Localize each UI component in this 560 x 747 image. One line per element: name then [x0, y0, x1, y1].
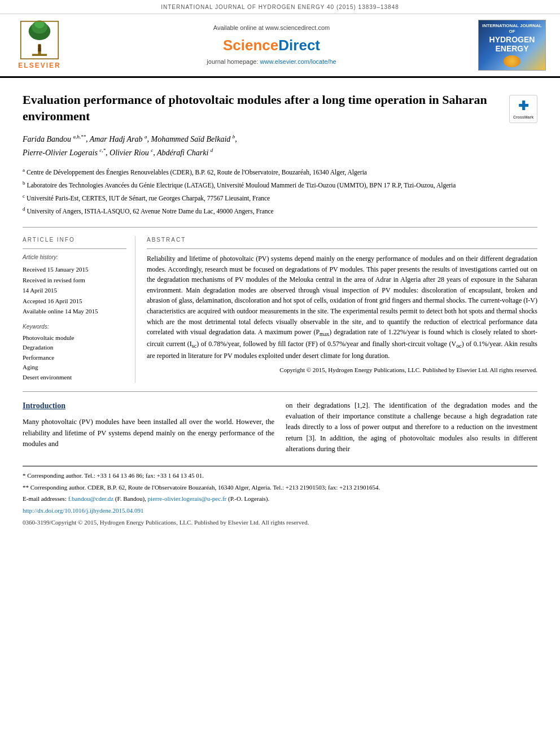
authors-block: Farida Bandou a,b,**, Amar Hadj Arab a, …: [23, 133, 537, 160]
affiliation-d: d University of Angers, ISTIA-LASQUO, 62…: [23, 206, 537, 216]
keyword-5: Desert environment: [23, 373, 126, 383]
affiliation-a: a Centre de Développement des Énergies R…: [23, 167, 537, 177]
available-online-text: Available online at www.sciencedirect.co…: [213, 24, 330, 32]
article-title-block: Evaluation performance of photovoltaic m…: [23, 92, 537, 124]
intro-col-right: on their degradations [1,2]. The identif…: [286, 400, 537, 455]
history-revised-date: 14 April 2015: [23, 286, 126, 295]
elsevier-tree-icon: [20, 20, 59, 60]
journal-header-bar: INTERNATIONAL JOURNAL OF HYDROGEN ENERGY…: [0, 0, 560, 14]
article-info-abstract-section: ARTICLE INFO Article history: Received 1…: [23, 236, 537, 391]
affiliations-block: a Centre de Développement des Énergies R…: [23, 167, 537, 228]
email-logerais-link[interactable]: pierre-olivier.logerais@u-pec.fr: [148, 495, 227, 502]
history-revised-label: Received in revised form: [23, 276, 126, 285]
doi-link[interactable]: http://dx.doi.org/10.1016/j.ijhydene.201…: [23, 507, 144, 514]
article-info-header: ARTICLE INFO: [23, 236, 126, 244]
journal-header: ELSEVIER Available online at www.science…: [0, 14, 560, 78]
abstract-divider: [147, 248, 537, 249]
keywords-label: Keywords:: [23, 323, 126, 331]
journal-name-volume: INTERNATIONAL JOURNAL OF HYDROGEN ENERGY…: [161, 4, 399, 10]
article-info-divider: [23, 248, 126, 249]
footnote-2: ** Corresponding author. CDER, B.P. 62, …: [23, 483, 537, 492]
abstract-text: Reliability and lifetime of photovoltaic…: [147, 254, 537, 361]
intro-text-right: on their degradations [1,2]. The identif…: [286, 400, 537, 455]
introduction-title: Introduction: [23, 400, 274, 412]
svg-rect-6: [38, 47, 41, 51]
keyword-3: Performance: [23, 353, 126, 363]
journal-homepage: journal homepage: www.elsevier.com/locat…: [207, 58, 336, 66]
footnotes-block: * Corresponding author. Tel.: +33 1 64 1…: [23, 466, 537, 527]
journal-cover-image: International Journal of HYDROGEN ENERGY: [478, 20, 546, 71]
sciencedirect-logo: ScienceDirect: [223, 35, 320, 55]
elsevier-logo-section: ELSEVIER: [11, 20, 68, 71]
introduction-section: Introduction Many photovoltaic (PV) modu…: [23, 400, 537, 455]
elsevier-text: ELSEVIER: [18, 61, 60, 71]
intro-col-left: Introduction Many photovoltaic (PV) modu…: [23, 400, 274, 455]
history-label: Article history:: [23, 254, 126, 261]
svg-point-5: [38, 44, 41, 47]
crossmark-label: CrossMark: [513, 115, 533, 120]
history-received: Received 15 January 2015: [23, 265, 126, 274]
affiliation-b: b Laboratoire des Technologies Avancées …: [23, 180, 537, 190]
article-title-text: Evaluation performance of photovoltaic m…: [23, 92, 509, 124]
email-bandou-link[interactable]: f.bandou@cder.dz: [68, 495, 113, 502]
keyword-2: Degradation: [23, 343, 126, 353]
history-accepted: Accepted 16 April 2015: [23, 296, 126, 306]
footnote-email: E-mail addresses: f.bandou@cder.dz (F. B…: [23, 494, 537, 504]
header-center-section: Available online at www.sciencedirect.co…: [73, 20, 470, 71]
keyword-1: Photovoltaic module: [23, 333, 126, 343]
journal-homepage-link[interactable]: www.elsevier.com/locate/he: [260, 58, 336, 65]
elsevier-logo: ELSEVIER: [18, 20, 60, 71]
journal-cover-graphic: [504, 55, 520, 67]
abstract-col: ABSTRACT Reliability and lifetime of pho…: [147, 236, 537, 382]
intro-text-left: Many photovoltaic (PV) modules have been…: [23, 417, 274, 449]
keyword-4: Aging: [23, 362, 126, 373]
abstract-copyright: Copyright © 2015, Hydrogen Energy Public…: [147, 366, 537, 374]
footnote-1: * Corresponding author. Tel.: +33 1 64 1…: [23, 471, 537, 480]
abstract-header: ABSTRACT: [147, 236, 537, 244]
affiliation-c: c Université Paris-Est, CERTES, IUT de S…: [23, 193, 537, 203]
journal-cover-section: International Journal of HYDROGEN ENERGY: [475, 20, 549, 71]
history-online: Available online 14 May 2015: [23, 307, 126, 316]
copyright-bottom: 0360-3199/Copyright © 2015, Hydrogen Ene…: [23, 518, 537, 527]
article-info-col: ARTICLE INFO Article history: Received 1…: [23, 236, 135, 382]
doi-line: http://dx.doi.org/10.1016/j.ijhydene.201…: [23, 506, 537, 516]
crossmark-badge: ✚ CrossMark: [509, 95, 537, 123]
article-body: Evaluation performance of photovoltaic m…: [0, 78, 560, 539]
